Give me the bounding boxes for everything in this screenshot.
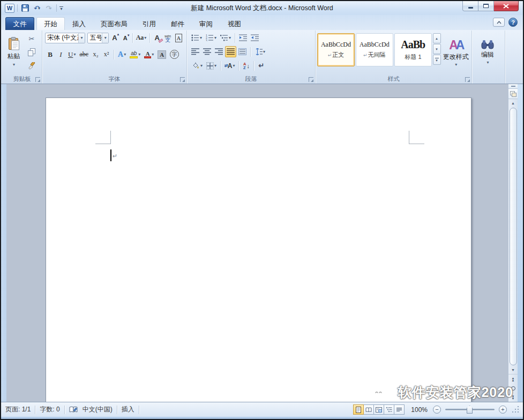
chevron-down-icon[interactable]: ▾ xyxy=(124,52,126,57)
tab-page-layout[interactable]: 页面布局 xyxy=(93,17,135,30)
zoom-out-button[interactable]: − xyxy=(433,406,441,414)
grow-font-button[interactable]: A▲ xyxy=(109,32,119,43)
draft-view-button[interactable] xyxy=(394,404,405,415)
clipboard-dialog-launcher[interactable] xyxy=(35,77,40,82)
line-spacing-button[interactable]: ▾ xyxy=(253,46,267,57)
tab-review[interactable]: 审阅 xyxy=(192,17,220,30)
align-left-button[interactable] xyxy=(190,46,201,57)
undo-dropdown-icon[interactable]: ▾ xyxy=(38,6,40,11)
zoom-slider-track[interactable] xyxy=(445,409,495,410)
bullets-button[interactable]: ▾ xyxy=(190,32,204,43)
chevron-down-icon[interactable]: ▾ xyxy=(229,35,231,40)
shrink-font-button[interactable]: A▼ xyxy=(120,32,130,43)
status-page-number[interactable]: 页面: 1/1 xyxy=(5,405,31,414)
status-insert-mode[interactable]: 插入 xyxy=(122,405,134,414)
save-button[interactable] xyxy=(20,3,30,13)
editing-button[interactable]: 编辑 ▾ xyxy=(474,32,501,72)
scrollbar-thumb[interactable] xyxy=(510,108,517,365)
resize-grip[interactable] xyxy=(512,406,520,414)
tab-home[interactable]: 开始 xyxy=(36,17,65,30)
phonetic-guide-button[interactable]: wén 文 xyxy=(163,32,173,43)
borders-button[interactable]: ▾ xyxy=(205,60,218,71)
cut-button[interactable]: ✂ xyxy=(25,33,38,45)
close-button[interactable] xyxy=(494,1,519,11)
font-color-button[interactable]: A ▾ xyxy=(143,49,155,60)
document-area[interactable]: ↵ xyxy=(6,84,508,402)
paste-button[interactable]: 粘贴 ▾ xyxy=(4,32,24,72)
paragraph-dialog-launcher[interactable] xyxy=(309,77,313,82)
zoom-slider-thumb[interactable] xyxy=(467,406,473,414)
enclose-characters-button[interactable]: 字 xyxy=(168,49,181,60)
text-effects-button[interactable]: A▾ xyxy=(116,49,128,60)
chevron-down-icon[interactable]: ▾ xyxy=(233,63,235,68)
select-browse-object-button[interactable] xyxy=(508,384,518,393)
document-page[interactable]: ↵ xyxy=(46,98,471,402)
subscript-button[interactable]: x₂ xyxy=(91,49,101,60)
clear-formatting-button[interactable]: A xyxy=(152,32,162,43)
minimize-button[interactable] xyxy=(462,1,478,11)
styles-scroll-up-button[interactable]: ▲ xyxy=(433,33,441,43)
italic-button[interactable]: I xyxy=(56,49,66,60)
status-word-count[interactable]: 字数: 0 xyxy=(40,405,59,414)
font-dialog-launcher[interactable] xyxy=(180,77,185,82)
style-normal[interactable]: AaBbCcDd ↵正文 xyxy=(317,33,355,66)
vertical-scrollbar[interactable]: ▲ ▼ ▲▲ ▼▼ xyxy=(508,84,518,402)
align-center-button[interactable] xyxy=(201,46,213,57)
next-page-button[interactable]: ▼▼ xyxy=(508,393,518,402)
word-app-icon[interactable]: W xyxy=(5,4,14,13)
chevron-down-icon[interactable]: ▾ xyxy=(263,49,265,54)
redo-button[interactable]: ↷ xyxy=(44,3,54,13)
help-button[interactable]: ? xyxy=(508,18,518,27)
paste-dropdown-icon[interactable]: ▾ xyxy=(13,62,15,67)
outline-view-button[interactable] xyxy=(384,404,394,415)
underline-button[interactable]: U▾ xyxy=(66,49,77,60)
tab-references[interactable]: 引用 xyxy=(135,17,163,30)
asian-layout-button[interactable]: ⇄A ▾ xyxy=(223,60,236,71)
bold-button[interactable]: B xyxy=(45,49,55,60)
show-marks-button[interactable]: ↵ xyxy=(256,60,266,71)
tab-insert[interactable]: 插入 xyxy=(65,17,93,30)
font-family-combo[interactable]: 宋体 (中文正文) ▾ xyxy=(45,33,85,43)
format-painter-button[interactable] xyxy=(25,59,38,72)
tab-mailings[interactable]: 邮件 xyxy=(163,17,192,30)
shading-button[interactable]: ▾ xyxy=(190,60,204,71)
chevron-down-icon[interactable]: ▾ xyxy=(200,35,202,40)
copy-button[interactable] xyxy=(25,46,38,58)
sort-button[interactable]: AZ ↓ xyxy=(241,60,251,71)
tab-view[interactable]: 视图 xyxy=(220,17,249,30)
strikethrough-button[interactable]: abc xyxy=(78,49,90,60)
style-heading1[interactable]: AaBb 标题 1 xyxy=(394,33,432,66)
web-layout-view-button[interactable] xyxy=(373,404,384,415)
scroll-up-button[interactable]: ▲ xyxy=(508,99,518,107)
status-proofing-button[interactable] xyxy=(69,406,78,413)
chevron-down-icon[interactable]: ▾ xyxy=(102,33,108,43)
change-case-button[interactable]: Aa▾ xyxy=(135,32,147,43)
style-no-spacing[interactable]: AaBbCcDd ↵无间隔 xyxy=(356,33,393,66)
scroll-down-button[interactable]: ▼ xyxy=(508,366,518,374)
distributed-button[interactable] xyxy=(237,46,248,57)
maximize-button[interactable] xyxy=(478,1,494,11)
highlight-color-button[interactable]: ab ▾ xyxy=(128,49,142,60)
chevron-down-icon[interactable]: ▾ xyxy=(138,52,140,57)
numbering-button[interactable]: 123 ▾ xyxy=(204,32,218,43)
chevron-down-icon[interactable]: ▾ xyxy=(78,33,85,43)
character-border-button[interactable]: A xyxy=(174,32,184,43)
chevron-down-icon[interactable]: ▾ xyxy=(214,63,216,68)
chevron-down-icon[interactable]: ▾ xyxy=(152,52,154,57)
view-ruler-button[interactable] xyxy=(508,89,518,99)
styles-gallery-more-button[interactable]: ▼ xyxy=(433,55,441,65)
styles-dialog-launcher[interactable] xyxy=(465,77,470,82)
print-layout-view-button[interactable] xyxy=(353,404,364,415)
align-right-button[interactable] xyxy=(213,46,224,57)
font-size-combo[interactable]: 五号 ▾ xyxy=(87,33,109,43)
tab-file[interactable]: 文件 xyxy=(5,17,34,30)
chevron-down-icon[interactable]: ▾ xyxy=(200,63,203,68)
chevron-down-icon[interactable]: ▾ xyxy=(214,35,216,40)
styles-scroll-down-button[interactable]: ▼ xyxy=(433,44,441,54)
increase-indent-button[interactable] xyxy=(249,32,260,43)
fullscreen-reading-view-button[interactable] xyxy=(363,404,374,415)
undo-button[interactable]: ↶▾ xyxy=(32,3,42,13)
zoom-in-button[interactable]: + xyxy=(499,406,507,414)
justify-button[interactable] xyxy=(225,46,236,57)
split-handle[interactable] xyxy=(508,84,518,89)
